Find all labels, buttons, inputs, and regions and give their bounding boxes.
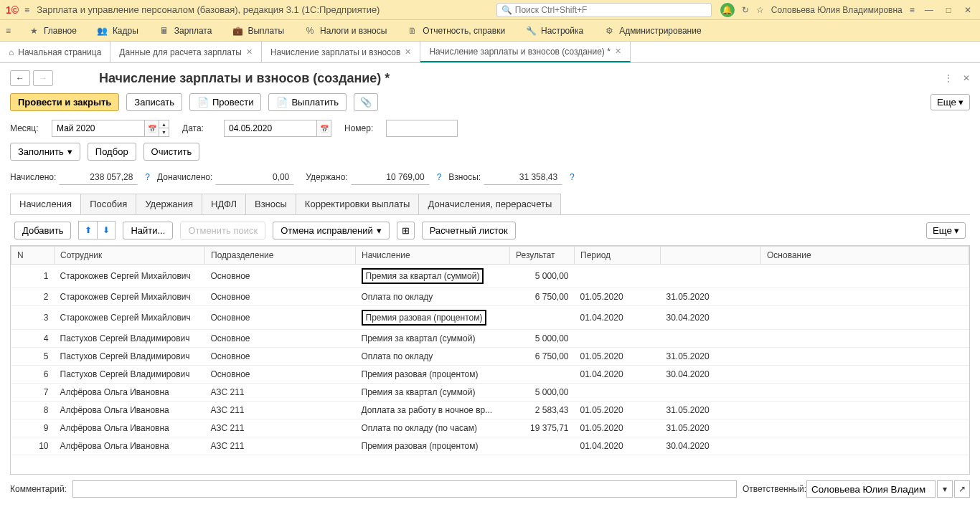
form-row: Месяц: 📅 ▲▼ Дата: 📅 Номер:	[0, 117, 980, 140]
month-input[interactable]	[52, 120, 145, 137]
home-icon: ⌂	[9, 47, 14, 57]
responsible-input[interactable]	[806, 480, 936, 498]
page-title: Начисление зарплаты и взносов (создание)…	[99, 71, 390, 86]
month-stepper[interactable]: ▲▼	[159, 120, 169, 137]
col-department[interactable]: Подразделение	[205, 247, 356, 265]
post-button[interactable]: 📄Провести	[189, 93, 262, 111]
comment-input[interactable]	[72, 480, 737, 498]
favorite-icon[interactable]: ☆	[756, 5, 764, 15]
find-button[interactable]: Найти...	[123, 222, 173, 239]
move-down-button[interactable]: ⬇	[97, 221, 116, 239]
cancel-corrections-button[interactable]: Отмена исправлений ▾	[273, 222, 390, 239]
search-icon: 🔍	[501, 5, 512, 15]
kebab-icon[interactable]: ⋮	[944, 73, 953, 83]
col-period[interactable]: Период	[575, 247, 661, 265]
tab-data[interactable]: Данные для расчета зарплаты✕	[110, 42, 262, 62]
open-link-icon[interactable]: ↗	[954, 480, 970, 498]
grid-icon: ⊞	[402, 225, 410, 236]
tab-accrual-list[interactable]: Начисление зарплаты и взносов✕	[262, 42, 421, 62]
menu-taxes[interactable]: %Налоги и взносы	[301, 22, 390, 39]
search-input[interactable]	[515, 5, 707, 15]
calendar-icon[interactable]: 📅	[317, 120, 331, 137]
history-icon[interactable]: ↻	[742, 5, 749, 15]
tab-home[interactable]: ⌂Начальная страница	[0, 42, 110, 62]
help-icon[interactable]: ?	[437, 172, 442, 182]
payslip-button[interactable]: Расчетный листок	[422, 222, 516, 239]
withheld-value: 10 769,00	[351, 169, 430, 185]
table-row[interactable]: 7 Алфёрова Ольга Ивановна АЗС 211 Премия…	[11, 384, 969, 402]
post-and-close-button[interactable]: Провести и закрыть	[10, 93, 119, 111]
date-input[interactable]	[224, 120, 317, 137]
fill-button[interactable]: Заполнить ▾	[10, 143, 80, 161]
minimize-icon[interactable]: —	[922, 4, 936, 16]
col-accrual[interactable]: Начисление	[356, 247, 510, 265]
tab-accrual-create[interactable]: Начисление зарплаты и взносов (создание)…	[420, 42, 630, 62]
show-details-button[interactable]: ⊞	[397, 222, 415, 239]
menu-settings[interactable]: 🔧Настройка	[522, 22, 586, 39]
menu-salary[interactable]: 🖩Зарплата	[156, 22, 215, 39]
move-up-button[interactable]: ⬆	[78, 221, 97, 239]
attach-button[interactable]: 📎	[354, 93, 378, 111]
notifications-icon[interactable]: 🔔	[720, 3, 735, 17]
table-row[interactable]: 9 Алфёрова Ольга Ивановна АЗС 211 Оплата…	[11, 419, 969, 437]
table-row[interactable]: 10 Алфёрова Ольга Ивановна АЗС 211 Преми…	[11, 437, 969, 455]
table-row[interactable]: 8 Алфёрова Ольга Ивановна АЗС 211 Доплат…	[11, 402, 969, 419]
help-icon[interactable]: ?	[145, 172, 150, 182]
subtab-ndfl[interactable]: НДФЛ	[202, 194, 246, 214]
table-row[interactable]: 5 Пастухов Сергей Владимирович Основное …	[11, 348, 969, 366]
close-tab-icon[interactable]: ✕	[246, 47, 253, 57]
table-header: N Сотрудник Подразделение Начисление Рез…	[11, 247, 969, 265]
close-tab-icon[interactable]: ✕	[405, 47, 411, 57]
menu-admin[interactable]: ⚙Администрирование	[600, 22, 704, 39]
table-row[interactable]: 2 Старокожев Сергей Михайлович Основное …	[11, 288, 969, 306]
menu-payments[interactable]: 💼Выплаты	[229, 22, 287, 39]
close-icon[interactable]: ✕	[961, 4, 974, 16]
panel-close-icon[interactable]: ✕	[963, 73, 970, 83]
menu-reports[interactable]: 🗎Отчетность, справки	[404, 22, 508, 39]
col-n[interactable]: N	[11, 247, 55, 265]
accruals-table-wrap[interactable]: N Сотрудник Подразделение Начисление Рез…	[10, 245, 970, 475]
table-row[interactable]: 6 Пастухов Сергей Владимирович Основное …	[11, 366, 969, 384]
subtab-deductions[interactable]: Удержания	[136, 194, 202, 214]
subtab-contributions[interactable]: Взносы	[245, 194, 296, 214]
chevron-down-icon[interactable]: ▼	[159, 128, 169, 137]
col-period-end[interactable]	[661, 247, 761, 265]
col-basis[interactable]: Основание	[761, 247, 969, 265]
close-tab-icon[interactable]: ✕	[615, 47, 621, 56]
global-search[interactable]: 🔍	[496, 3, 712, 17]
calc-icon: 🖩	[159, 25, 170, 37]
col-employee[interactable]: Сотрудник	[55, 247, 205, 265]
donach-label: Доначислено:	[157, 172, 212, 182]
arrow-up-icon: ⬆	[85, 225, 92, 235]
table-row[interactable]: 1 Старокожев Сергей Михайлович Основное …	[11, 265, 969, 288]
nav-forward[interactable]: →	[33, 70, 53, 86]
table-more-button[interactable]: Еще▾	[926, 222, 966, 239]
save-button[interactable]: Записать	[126, 93, 182, 111]
calendar-icon[interactable]: 📅	[145, 120, 159, 137]
action-toolbar: Провести и закрыть Записать 📄Провести 📄В…	[0, 90, 980, 117]
nav-back[interactable]: ←	[10, 70, 30, 86]
add-row-button[interactable]: Добавить	[14, 222, 71, 239]
help-icon[interactable]: ?	[570, 172, 575, 182]
menu-toggle[interactable]: ≡	[24, 5, 29, 15]
number-input[interactable]	[386, 120, 458, 137]
chevron-up-icon[interactable]: ▲	[159, 120, 169, 128]
maximize-icon[interactable]: □	[943, 4, 954, 16]
menu-burger[interactable]: ≡	[6, 26, 11, 36]
more-button[interactable]: Еще▾	[930, 94, 970, 110]
subtab-benefits[interactable]: Пособия	[80, 194, 136, 214]
col-result[interactable]: Результат	[510, 247, 575, 265]
menu-personnel[interactable]: 👥Кадры	[94, 22, 141, 39]
filter-icon[interactable]: ≡	[910, 5, 915, 15]
dropdown-icon[interactable]: ▾	[937, 480, 953, 498]
menu-main[interactable]: ★Главное	[25, 22, 80, 39]
subtab-corrections[interactable]: Корректировки выплаты	[296, 194, 420, 214]
select-button[interactable]: Подбор	[88, 143, 136, 161]
pay-button[interactable]: 📄Выплатить	[268, 93, 347, 111]
table-row[interactable]: 3 Старокожев Сергей Михайлович Основное …	[11, 306, 969, 330]
table-row[interactable]: 4 Пастухов Сергей Владимирович Основное …	[11, 330, 969, 348]
clear-button[interactable]: Очистить	[143, 143, 200, 161]
contrib-label: Взносы:	[448, 172, 481, 182]
subtab-recalc[interactable]: Доначисления, перерасчеты	[418, 194, 561, 214]
subtab-accruals[interactable]: Начисления	[10, 194, 81, 214]
